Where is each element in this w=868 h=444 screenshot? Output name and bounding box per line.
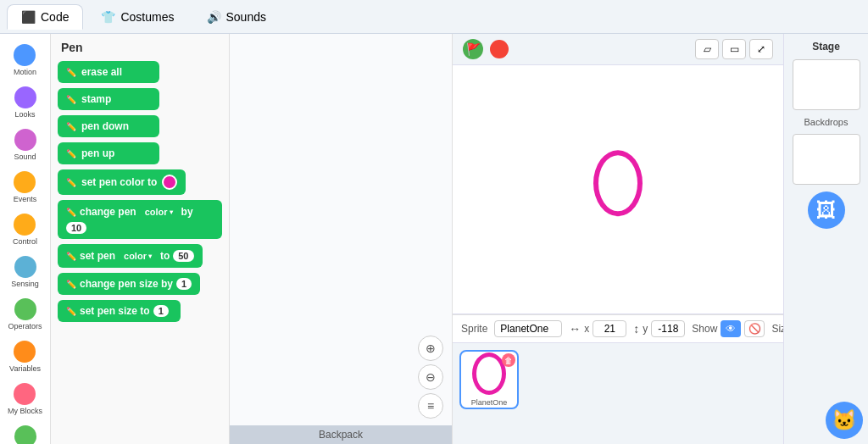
block-stamp-label: stamp (81, 93, 111, 105)
category-pen[interactable]: Pen (11, 422, 40, 444)
block-row-pen-down: ✏️ pen down (58, 115, 222, 137)
motion-label: Motion (14, 68, 36, 76)
show-label: Show (692, 323, 717, 335)
pen-up-icon: ✏️ (66, 149, 76, 158)
x-coord-input[interactable] (593, 320, 626, 337)
zoom-in-button[interactable]: ⊕ (418, 336, 443, 361)
small-stage-button[interactable]: ▱ (695, 39, 719, 59)
variables-dot (14, 341, 36, 363)
block-row-set-pen-color: ✏️ set pen color to (58, 169, 222, 195)
sprite-pane: 🗑 PlanetOne 🐱 (453, 342, 783, 444)
pen-down-icon: ✏️ (66, 122, 76, 131)
set-color-value[interactable]: 50 (173, 250, 193, 262)
tab-sounds-label: Sounds (226, 10, 266, 24)
set-color-num-pencil-icon: ✏️ (66, 252, 76, 261)
stage-view-buttons: ▱ ▭ ⤢ (695, 39, 773, 59)
block-set-pen-color[interactable]: ✏️ set pen color to (58, 169, 186, 195)
hide-eye-button[interactable]: 🚫 (744, 320, 765, 337)
add-backdrop-button[interactable]: 🖼 (808, 191, 845, 229)
block-set-pen-size[interactable]: ✏️ set pen size to 1 (58, 300, 181, 322)
normal-stage-button[interactable]: ▭ (722, 39, 746, 59)
block-set-pen-color-num[interactable]: ✏️ set pen color ▾ to 50 (58, 244, 203, 268)
variables-label: Variables (9, 364, 41, 373)
stage-oval (593, 150, 643, 216)
sensing-label: Sensing (11, 280, 39, 288)
color-dropdown[interactable]: color ▾ (140, 205, 178, 219)
stage-mini-view (793, 59, 860, 110)
block-pen-up[interactable]: ✏️ pen up (58, 142, 159, 164)
block-change-pen-size[interactable]: ✏️ change pen size by 1 (58, 273, 200, 295)
category-looks[interactable]: Looks (11, 83, 40, 122)
category-motion[interactable]: Motion (10, 41, 40, 80)
color-picker[interactable] (162, 175, 177, 190)
show-eye-button[interactable]: 👁 (721, 320, 741, 337)
block-pen-up-label: pen up (81, 147, 114, 159)
tab-costumes[interactable]: 👕 Costumes (86, 4, 188, 30)
block-pen-down-label: pen down (81, 120, 129, 132)
main-layout: Motion Looks Sound Events Control Sensin… (0, 34, 868, 444)
myblocks-dot (14, 383, 36, 405)
category-events[interactable]: Events (10, 168, 41, 207)
x-arrows-icon: ↔ (569, 322, 581, 336)
change-color-pencil-icon: ✏️ (66, 208, 76, 217)
change-color-value[interactable]: 10 (66, 222, 86, 234)
sprite-label: Sprite (461, 323, 487, 335)
y-coord-group: ↕ y (633, 320, 685, 337)
set-color-dropdown[interactable]: color ▾ (119, 249, 157, 263)
block-stamp[interactable]: ✏️ stamp (58, 88, 159, 110)
fullscreen-button[interactable]: ⤢ (749, 39, 773, 59)
block-row-set-pen-color-num: ✏️ set pen color ▾ to 50 (58, 244, 222, 268)
category-sound[interactable]: Sound (10, 125, 39, 164)
category-operators[interactable]: Operators (4, 295, 45, 334)
change-size-value[interactable]: 1 (176, 278, 192, 290)
x-coord-group: ↔ x (569, 320, 626, 337)
stage-toolbar: 🚩 ▱ ▭ ⤢ (453, 34, 783, 65)
looks-label: Looks (14, 110, 35, 119)
myblocks-label: My Blocks (8, 407, 42, 415)
sprite-thumb-planetone[interactable]: 🗑 PlanetOne (459, 350, 519, 409)
category-myblocks[interactable]: My Blocks (4, 380, 46, 419)
sprite-info: Sprite ↔ x ↕ y Show 👁 🚫 (461, 320, 775, 337)
block-erase-all-label: erase all (81, 66, 122, 78)
zoom-fit-button[interactable]: ≡ (418, 393, 443, 419)
y-coord-input[interactable] (651, 320, 685, 337)
category-variables[interactable]: Variables (6, 337, 44, 376)
sounds-icon: 🔊 (207, 10, 221, 24)
blocks-panel: Pen ✏️ erase all ✏️ stamp ✏️ pen down ✏️… (51, 34, 229, 444)
panel-title: Pen (58, 41, 222, 54)
tab-code[interactable]: ⬛ Code (7, 4, 83, 30)
block-row-set-pen-size: ✏️ set pen size to 1 (58, 300, 222, 322)
block-pen-down[interactable]: ✏️ pen down (58, 115, 159, 137)
sprite-name-input[interactable] (494, 320, 562, 337)
category-control[interactable]: Control (9, 210, 41, 249)
block-row-erase-all: ✏️ erase all (58, 61, 222, 83)
stamp-icon: ✏️ (66, 95, 76, 104)
block-row-change-pen-color: ✏️ change pen color ▾ by 10 (58, 200, 222, 239)
block-change-pen-color[interactable]: ✏️ change pen color ▾ by 10 (58, 200, 222, 239)
block-row-pen-up: ✏️ pen up (58, 142, 222, 164)
zoom-controls: ⊕ ⊖ ≡ (418, 336, 443, 419)
show-group: Show 👁 🚫 (692, 320, 765, 337)
sprite-delete-button[interactable]: 🗑 (502, 353, 515, 367)
tab-sounds[interactable]: 🔊 Sounds (192, 4, 281, 30)
set-pen-color-label: set pen color to (81, 176, 157, 188)
backdrop-thumb (793, 134, 860, 185)
sound-label: Sound (14, 153, 36, 161)
categories-panel: Motion Looks Sound Events Control Sensin… (0, 34, 51, 444)
backpack-bar[interactable]: Backpack (230, 425, 452, 444)
events-label: Events (14, 195, 37, 203)
stage-controls: 🚩 (463, 39, 509, 59)
set-size-value[interactable]: 1 (153, 305, 169, 317)
block-erase-all[interactable]: ✏️ erase all (58, 61, 159, 83)
tab-bar: ⬛ Code 👕 Costumes 🔊 Sounds (0, 0, 868, 34)
sprite-info-bar: Sprite ↔ x ↕ y Show 👁 🚫 (453, 314, 783, 342)
zoom-out-button[interactable]: ⊖ (418, 364, 443, 390)
stop-button[interactable] (490, 40, 509, 58)
category-sensing[interactable]: Sensing (8, 253, 42, 291)
control-label: Control (13, 237, 37, 246)
stage-area: 🚩 ▱ ▭ ⤢ Sprite ↔ x (453, 34, 783, 444)
block-row-stamp: ✏️ stamp (58, 88, 222, 110)
green-flag-button[interactable]: 🚩 (463, 39, 483, 59)
events-dot (14, 171, 36, 193)
set-color-pencil-icon: ✏️ (66, 178, 76, 187)
